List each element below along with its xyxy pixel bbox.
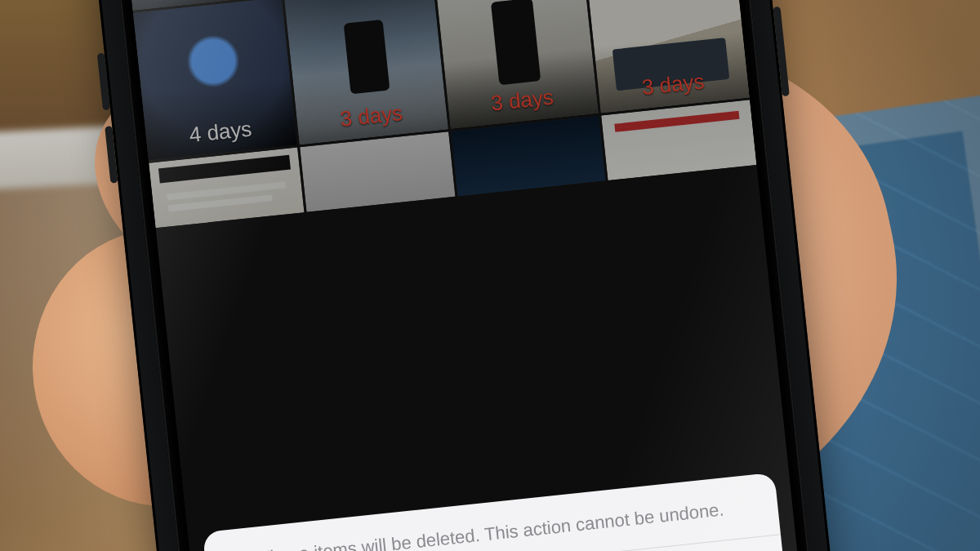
phone-screen: 4 days 4 days 4 days 4 days 3 days (117, 0, 813, 551)
phone: 4 days 4 days 4 days 4 days 3 days (82, 0, 850, 551)
modal-backdrop (117, 0, 813, 551)
